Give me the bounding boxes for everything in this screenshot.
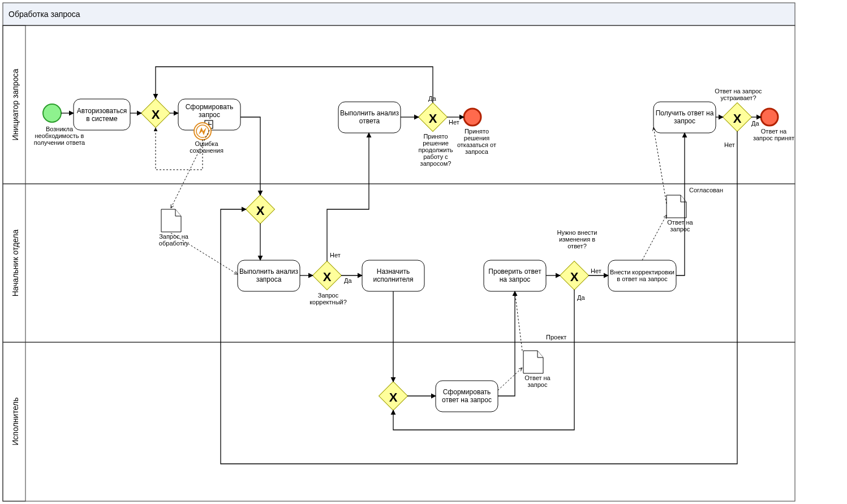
gateway-correct-label: Запрос корректный? (308, 292, 348, 305)
end-event-accept (761, 109, 778, 126)
gateway-changes: X (560, 261, 589, 290)
svg-text:X: X (733, 111, 742, 126)
svg-text:Нет: Нет (330, 252, 341, 259)
pool-title: Обработка запроса (8, 10, 80, 19)
svg-text:Нет: Нет (449, 119, 459, 126)
gateway-satisfy-label: Ответ на запрос устраивает? (704, 88, 772, 101)
data-object-request (161, 209, 181, 232)
end-event-refuse (464, 109, 481, 126)
lane-3-label: Исполнитель (11, 398, 20, 446)
svg-text:X: X (570, 270, 579, 284)
lane-2-label: Начальник отдела (11, 230, 20, 297)
svg-text:Проект: Проект (546, 334, 566, 341)
gateway-correct: X (313, 261, 342, 290)
svg-text:X: X (389, 390, 398, 404)
svg-text:Да: Да (751, 120, 759, 127)
svg-text:Нет: Нет (591, 268, 601, 274)
data-object-draft (523, 351, 543, 373)
gateway-merge-2: X (246, 195, 275, 224)
gateway-merge-1: X (141, 99, 170, 128)
svg-text:X: X (152, 107, 160, 122)
svg-text:Да: Да (577, 294, 585, 301)
svg-text:Да: Да (344, 277, 352, 284)
end-event-refuse-label: Принято решения отказаться от запроса (453, 128, 501, 155)
gateway-continue: X (419, 103, 448, 132)
start-event (43, 104, 61, 122)
lane-1-label: Инициатор запроса (11, 68, 20, 140)
gateway-merge-3: X (379, 382, 408, 411)
svg-text:Нет: Нет (724, 141, 735, 148)
end-event-accept-label: Ответ на запрос принят (753, 128, 795, 141)
svg-text:X: X (429, 111, 437, 126)
gateway-satisfy: X (723, 103, 752, 132)
pool-header (3, 3, 795, 25)
data-object-approved (667, 195, 686, 218)
bpmn-diagram: Обработка запроса Инициатор запроса Нача… (0, 0, 847, 504)
svg-text:X: X (323, 270, 332, 284)
svg-text:Согласован: Согласован (689, 187, 723, 193)
svg-text:X: X (256, 204, 265, 218)
svg-text:Да: Да (428, 95, 436, 102)
gateway-changes-label: Нужно внести изменения в ответ? (552, 229, 603, 249)
svg-rect-3 (3, 342, 795, 501)
error-event-label: Ошибка сохранения (184, 140, 229, 154)
